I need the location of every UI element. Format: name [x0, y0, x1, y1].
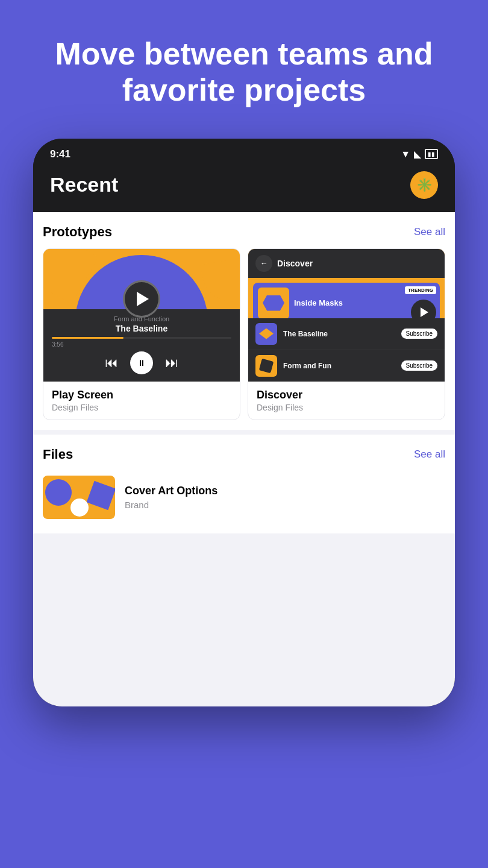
channel1-thumb: [255, 323, 277, 345]
file-thumbnail: [43, 476, 115, 519]
ch1-shape: [259, 329, 274, 339]
file-item[interactable]: Cover Art Options Brand: [43, 471, 445, 524]
files-see-all[interactable]: See all: [414, 448, 445, 461]
progress-fill: [52, 337, 124, 339]
rewind-icon[interactable]: ⏮: [105, 355, 118, 371]
battery-icon: ▮▮: [425, 149, 438, 159]
file-thumb-shape2: [87, 480, 115, 510]
prototypes-header: Prototypes See all: [43, 224, 445, 240]
app-title: Recent: [50, 173, 118, 197]
file-thumb-shape1: [45, 479, 72, 506]
files-title: Files: [43, 447, 73, 462]
channel2-thumb: [255, 355, 277, 377]
center-play-button[interactable]: [123, 280, 160, 318]
track-time: 3:56: [52, 341, 231, 348]
track-title: The Baseline: [52, 324, 231, 333]
prototypes-section: Prototypes See all Form and F: [33, 212, 455, 430]
files-header: Files See all: [43, 447, 445, 462]
play-screen-subtitle: Design Files: [52, 403, 231, 412]
play-screen-card[interactable]: Form and Function The Baseline 3:56 ⏮ ⏸: [43, 248, 240, 420]
discover-main-title: Discover: [257, 389, 436, 401]
channel1-subscribe[interactable]: Subscribe: [401, 329, 437, 339]
progress-bar: [52, 337, 231, 339]
file-info: Cover Art Options Brand: [125, 485, 217, 510]
channel1-name: The Baseline: [283, 330, 395, 338]
channel-list: The Baseline Subscribe Form and Fun Subs…: [248, 318, 445, 382]
file-thumb-shape3: [70, 498, 89, 517]
discover-label: Discover Design Files: [248, 382, 445, 420]
ch2-shape: [259, 358, 274, 373]
back-button[interactable]: ←: [255, 255, 272, 272]
play-triangle: [137, 292, 149, 306]
channel2-subscribe[interactable]: Subscribe: [401, 360, 437, 371]
avatar-icon: ✳️: [416, 177, 433, 193]
signal-icon: ◣: [414, 148, 421, 160]
play-pause-button[interactable]: ⏸: [130, 351, 153, 374]
file-brand: Brand: [125, 500, 217, 510]
controls: ⏮ ⏸ ⏭: [52, 351, 231, 374]
hero-section: Move between teams and favorite projects: [0, 0, 488, 139]
discover-header-title: Discover: [277, 259, 313, 268]
discover-card[interactable]: ← Discover TRENDING Inside Masks: [248, 248, 445, 420]
thumb-shape2: [200, 257, 240, 306]
file-name: Cover Art Options: [125, 485, 217, 497]
discover-play-triangle: [421, 307, 428, 317]
status-bar: 9:41 ▼ ◣ ▮▮: [33, 139, 455, 165]
trending-thumb-shape: [263, 295, 284, 311]
discover-subtitle: Design Files: [257, 403, 436, 412]
app-header: Recent ✳️: [33, 165, 455, 212]
forward-icon[interactable]: ⏭: [165, 355, 178, 371]
prototypes-grid: Form and Function The Baseline 3:56 ⏮ ⏸: [43, 248, 445, 420]
player-overlay: Form and Function The Baseline 3:56 ⏮ ⏸: [43, 309, 240, 382]
channel-item-2: Form and Fun Subscribe: [248, 350, 445, 382]
wifi-icon: ▼: [401, 149, 410, 160]
discover-thumbnail: ← Discover TRENDING Inside Masks: [248, 249, 445, 382]
play-screen-title: Play Screen: [52, 389, 231, 401]
trending-card: TRENDING Inside Masks: [253, 283, 440, 324]
channel2-name: Form and Fun: [283, 362, 395, 370]
status-time: 9:41: [50, 148, 70, 160]
avatar[interactable]: ✳️: [410, 171, 438, 199]
status-icons: ▼ ◣ ▮▮: [401, 148, 438, 160]
trending-badge: TRENDING: [405, 286, 436, 294]
channel-item-1: The Baseline Subscribe: [248, 318, 445, 350]
discover-header: ← Discover: [248, 249, 445, 278]
phone-wrapper: 9:41 ▼ ◣ ▮▮ Recent ✳️ Prototypes See all: [0, 139, 488, 731]
back-arrow-icon: ←: [260, 259, 268, 268]
main-content: Prototypes See all Form and F: [33, 212, 455, 706]
play-screen-label: Play Screen Design Files: [43, 382, 240, 420]
hero-title: Move between teams and favorite projects: [36, 36, 452, 108]
phone: 9:41 ▼ ◣ ▮▮ Recent ✳️ Prototypes See all: [33, 139, 455, 706]
prototypes-title: Prototypes: [43, 224, 112, 240]
play-screen-thumbnail: Form and Function The Baseline 3:56 ⏮ ⏸: [43, 249, 240, 382]
trending-thumb: [258, 288, 289, 319]
files-section: Files See all Cover Art Options Brand: [33, 435, 455, 533]
pause-icon: ⏸: [137, 358, 146, 368]
prototypes-see-all[interactable]: See all: [414, 226, 445, 238]
